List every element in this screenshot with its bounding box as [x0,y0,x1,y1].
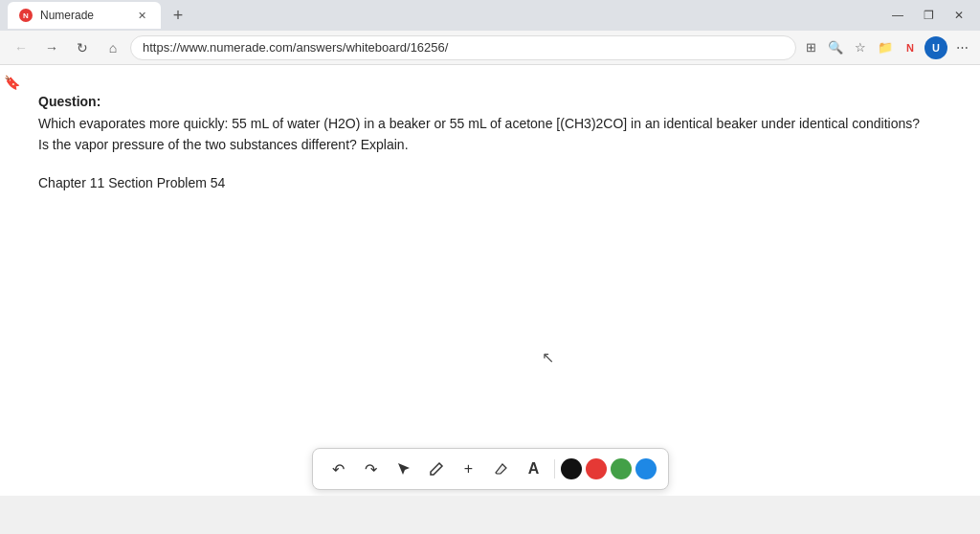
tab-favicon: N [19,9,33,22]
color-red-button[interactable] [586,458,607,479]
page-body: Question: Which evaporates more quickly:… [0,65,980,219]
extensions-icon[interactable]: ⊞ [800,37,821,58]
tab-close-button[interactable]: ✕ [134,8,149,23]
question-line2: Is the vapor pressure of the two substan… [38,134,942,155]
chapter-info: Chapter 11 Section Problem 54 [38,175,942,190]
collection-icon[interactable]: 📁 [875,37,896,58]
close-button[interactable]: ✕ [946,6,972,25]
minimize-button[interactable]: — [884,6,911,25]
bottom-toolbar: ↶ ↷ + A [0,442,980,496]
undo-button[interactable]: ↶ [324,455,353,483]
tab-title: Numerade [40,9,126,22]
bookmark-icon: 🔖 [4,73,19,92]
forward-button[interactable]: → [38,34,65,61]
window-controls: — ❐ ✕ [884,6,972,25]
toolbar-separator [554,459,555,478]
color-blue-button[interactable] [635,458,657,479]
drawing-toolbar: ↶ ↷ + A [312,448,669,490]
pencil-tool-button[interactable] [422,455,451,483]
color-green-button[interactable] [611,458,632,479]
text-tool-button[interactable]: A [520,455,548,483]
settings-icon[interactable]: ⋯ [951,37,972,58]
color-black-button[interactable] [561,458,582,479]
cursor: ↖ [542,348,554,367]
titlebar: N Numerade ✕ + — ❐ ✕ [0,0,980,31]
color-picker [561,458,657,479]
refresh-button[interactable]: ↻ [69,34,96,61]
browser-toolbar-icons: ⊞ 🔍 ☆ 📁 N U ⋯ [800,36,972,59]
browser-tab[interactable]: N Numerade ✕ [8,2,161,29]
maximize-button[interactable]: ❐ [915,6,942,25]
profile-icon[interactable]: U [924,36,947,59]
bookmark-sidebar: 🔖 [0,65,23,100]
question-line1: Which evaporates more quickly: 55 mL of … [38,113,942,134]
address-input[interactable] [130,35,796,60]
star-icon[interactable]: ☆ [850,37,871,58]
addressbar: ← → ↻ ⌂ ⊞ 🔍 ☆ 📁 N U ⋯ [0,31,980,65]
redo-button[interactable]: ↷ [357,455,386,483]
search-icon[interactable]: 🔍 [825,37,846,58]
select-tool-button[interactable] [390,455,418,483]
new-tab-button[interactable]: + [165,2,191,29]
eraser-tool-button[interactable] [487,455,516,483]
main-content: 🔖 Question: Which evaporates more quickl… [0,65,980,496]
numerade-ext-icon[interactable]: N [900,37,921,58]
question-label: Question: [38,94,942,109]
add-tool-button[interactable]: + [455,455,483,483]
back-button[interactable]: ← [8,34,34,61]
home-button[interactable]: ⌂ [100,34,126,61]
